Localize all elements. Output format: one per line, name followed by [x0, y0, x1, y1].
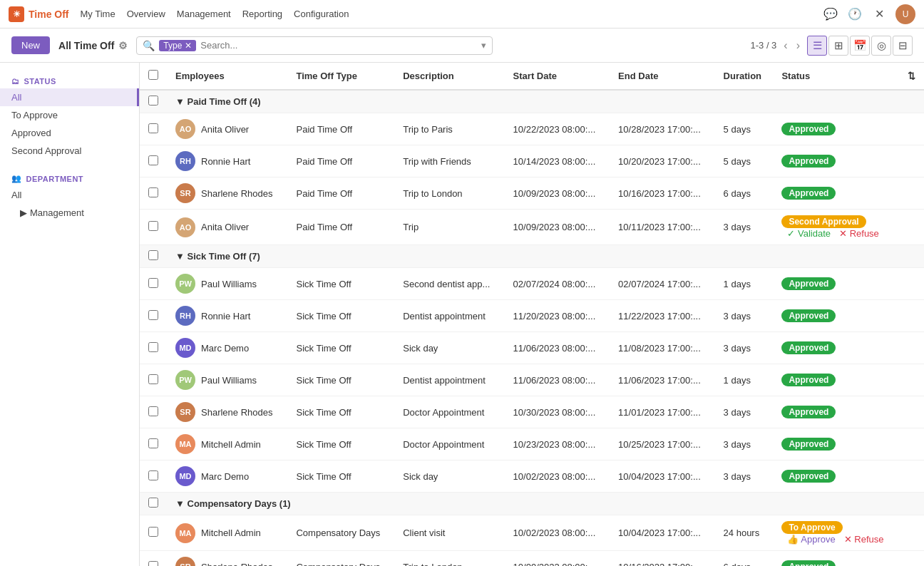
employee-name: Anita Oliver	[201, 124, 249, 135]
settings-icon[interactable]: ⚙	[118, 40, 128, 51]
table-row[interactable]: AO Anita Oliver Paid Time Off Trip 10/09…	[140, 210, 924, 245]
group-toggle-icon[interactable]: ▼	[175, 96, 185, 107]
table-row[interactable]: MD Marc Demo Sick Time Off Sick day 10/0…	[140, 460, 924, 493]
nav-configuration[interactable]: Configuration	[294, 6, 349, 22]
time-off-table: Employees Time Off Type Description Star…	[140, 63, 924, 566]
main-layout: 🗂 STATUS All To Approve Approved Second …	[0, 63, 924, 566]
nav-overview[interactable]: Overview	[127, 6, 165, 22]
row-checkbox-cell	[140, 210, 167, 245]
row-checkbox[interactable]	[148, 527, 158, 537]
user-avatar[interactable]: U	[895, 4, 915, 24]
start-date-cell: 11/06/2023 08:00:...	[505, 364, 610, 396]
col-duration[interactable]: Duration	[715, 63, 774, 90]
view-calendar[interactable]: 📅	[850, 36, 870, 56]
chat-icon[interactable]: 💬	[823, 6, 838, 22]
avatar: MD	[175, 466, 195, 486]
table-row[interactable]: MD Marc Demo Sick Time Off Sick day 11/0…	[140, 332, 924, 364]
new-button[interactable]: New	[11, 36, 50, 54]
row-checkbox[interactable]	[148, 561, 158, 567]
group-checkbox-cell	[140, 245, 167, 268]
refuse-button[interactable]: ✕ Refuse	[844, 534, 884, 545]
row-checkbox[interactable]	[148, 470, 158, 480]
row-checkbox[interactable]	[148, 278, 158, 288]
table-row[interactable]: RH Ronnie Hart Paid Time Off Trip with F…	[140, 145, 924, 177]
group-title[interactable]: ▼ Compensatory Days (1)	[167, 493, 924, 515]
view-kanban[interactable]: ⊞	[828, 36, 848, 56]
table-row[interactable]: SR Sharlene Rhodes Paid Time Off Trip to…	[140, 177, 924, 210]
start-date-cell: 10/30/2023 08:00:...	[505, 396, 610, 428]
sidebar-item-to-approve[interactable]: To Approve	[0, 106, 139, 124]
nav-my-time[interactable]: My Time	[81, 6, 115, 22]
approve-button[interactable]: 👍 Approve	[787, 534, 835, 545]
col-adjust[interactable]: ⇅	[899, 63, 924, 90]
nav-reporting[interactable]: Reporting	[242, 6, 282, 22]
duration-cell: 3 days	[715, 460, 774, 493]
col-end-date[interactable]: End Date	[610, 63, 715, 90]
avatar: AO	[175, 119, 195, 139]
row-checkbox[interactable]	[148, 123, 158, 133]
search-tag-remove[interactable]: ✕	[185, 41, 192, 51]
pagination-prev[interactable]: ‹	[782, 39, 789, 52]
table-row[interactable]: RH Ronnie Hart Sick Time Off Dentist app…	[140, 300, 924, 332]
view-list[interactable]: ☰	[807, 36, 827, 56]
search-type-tag[interactable]: Type ✕	[159, 40, 196, 51]
refuse-button[interactable]: ✕ Refuse	[839, 228, 879, 239]
sidebar-item-all-dept[interactable]: All	[0, 186, 139, 204]
employee-cell: SR Sharlene Rhodes	[167, 396, 287, 428]
group-checkbox[interactable]	[148, 250, 158, 260]
topnav-icons: 💬 🕐 ✕ U	[823, 4, 915, 24]
search-input[interactable]	[200, 40, 477, 51]
clock-icon[interactable]: 🕐	[847, 6, 863, 22]
group-header: ▼ Sick Time Off (7)	[140, 245, 924, 268]
table-row[interactable]: MA Mitchell Admin Compensatory Days Clie…	[140, 515, 924, 551]
sidebar-item-management[interactable]: ▶ Management	[0, 204, 139, 222]
row-checkbox[interactable]	[148, 438, 158, 448]
col-start-date[interactable]: Start Date	[505, 63, 610, 90]
group-checkbox[interactable]	[148, 96, 158, 106]
sidebar-item-all-status[interactable]: All	[0, 88, 139, 106]
group-title[interactable]: ▼ Sick Time Off (7)	[167, 245, 924, 268]
table-row[interactable]: SR Sharlene Rhodes Compensatory Days Tri…	[140, 551, 924, 567]
view-pivot[interactable]: ⊟	[893, 36, 913, 56]
table-row[interactable]: MA Mitchell Admin Sick Time Off Doctor A…	[140, 428, 924, 460]
row-checkbox[interactable]	[148, 374, 158, 384]
row-checkbox[interactable]	[148, 155, 158, 165]
col-status[interactable]: Status	[773, 63, 899, 90]
sidebar-item-approved[interactable]: Approved	[0, 124, 139, 142]
group-header: ▼ Compensatory Days (1)	[140, 493, 924, 515]
table-row[interactable]: SR Sharlene Rhodes Sick Time Off Doctor …	[140, 396, 924, 428]
time-off-type-cell: Paid Time Off	[287, 145, 394, 177]
close-icon[interactable]: ✕	[871, 6, 887, 22]
select-all-checkbox[interactable]	[148, 70, 158, 80]
validate-button[interactable]: ✓ Validate	[787, 228, 831, 239]
employee-name: Sharlene Rhodes	[201, 188, 272, 199]
nav-management[interactable]: Management	[177, 6, 231, 22]
time-off-type-cell: Sick Time Off	[287, 300, 394, 332]
logo-icon: ☀	[9, 6, 24, 22]
employee-cell: RH Ronnie Hart	[167, 300, 287, 332]
row-checkbox[interactable]	[148, 310, 158, 320]
group-toggle-icon[interactable]: ▼	[175, 251, 185, 262]
row-checkbox[interactable]	[148, 342, 158, 352]
table-row[interactable]: PW Paul Williams Sick Time Off Dentist a…	[140, 364, 924, 396]
col-time-off-type[interactable]: Time Off Type	[287, 63, 394, 90]
col-description[interactable]: Description	[394, 63, 504, 90]
col-select-all	[140, 63, 167, 90]
start-date-cell: 10/09/2023 08:00:...	[505, 551, 610, 567]
row-checkbox[interactable]	[148, 406, 158, 416]
search-dropdown-icon[interactable]: ▾	[481, 40, 486, 51]
group-toggle-icon[interactable]: ▼	[175, 498, 185, 509]
col-employees[interactable]: Employees	[167, 63, 287, 90]
toolbar-title: All Time Off ⚙	[58, 40, 128, 51]
pagination-next[interactable]: ›	[795, 39, 801, 52]
table-row[interactable]: AO Anita Oliver Paid Time Off Trip to Pa…	[140, 113, 924, 145]
row-checkbox[interactable]	[148, 221, 158, 231]
group-checkbox[interactable]	[148, 498, 158, 508]
sidebar-item-second-approval[interactable]: Second Approval	[0, 142, 139, 160]
app-logo[interactable]: ☀ Time Off	[9, 6, 69, 22]
group-title[interactable]: ▼ Paid Time Off (4)	[167, 90, 924, 113]
employee-cell: PW Paul Williams	[167, 268, 287, 300]
row-checkbox[interactable]	[148, 187, 158, 197]
view-activity[interactable]: ◎	[871, 36, 891, 56]
table-row[interactable]: PW Paul Williams Sick Time Off Second de…	[140, 268, 924, 300]
